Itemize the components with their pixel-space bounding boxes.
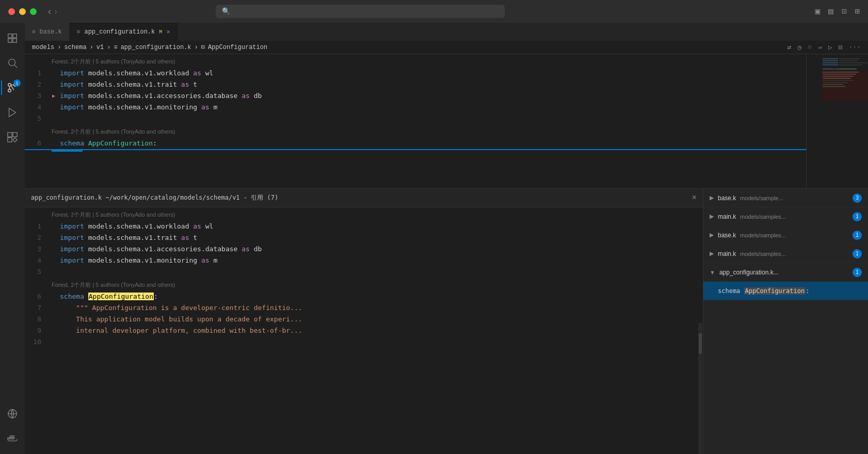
ref-code-line-6: 6 schema AppConfiguration: xyxy=(25,291,703,302)
svg-rect-25 xyxy=(839,58,860,59)
svg-rect-0 xyxy=(8,34,12,38)
breadcrumb-class[interactable]: AppConfiguration xyxy=(208,44,267,51)
ref-item-count: 1 xyxy=(853,268,862,277)
tab-app-configuration[interactable]: ≡ app_configuration.k M × xyxy=(70,23,178,41)
layout-icon-2[interactable]: ▤ xyxy=(828,6,833,17)
ref-tree-item-app-config[interactable]: ▼ app_configuration.k... 1 xyxy=(703,263,868,282)
tab-bar: ≡ base.k ≡ app_configuration.k M × xyxy=(25,23,868,41)
search-icon: 🔍 xyxy=(222,7,230,15)
ref-item-count: 1 xyxy=(853,231,862,240)
svg-rect-41 xyxy=(823,84,843,85)
breadcrumb-schema[interactable]: schema xyxy=(64,44,86,51)
split-icon[interactable]: ⊟ xyxy=(839,43,843,52)
forward-icon[interactable]: ⇒ xyxy=(818,43,822,52)
close-button[interactable] xyxy=(8,8,15,15)
ref-item-count: 1 xyxy=(853,212,862,221)
svg-rect-15 xyxy=(8,138,12,142)
ref-code-view[interactable]: Forest, 2个月前 | 5 authors (TonyAdo and ot… xyxy=(25,207,703,454)
more-icon[interactable]: ··· xyxy=(849,43,861,51)
ref-item-name: main.k xyxy=(718,250,736,257)
diff-icon[interactable]: ⇄ xyxy=(787,43,792,52)
svg-rect-19 xyxy=(10,437,12,439)
ref-scrollbar-thumb[interactable] xyxy=(699,333,702,354)
ref-code-line-10: 10 xyxy=(25,336,703,348)
ref-item-path: models/samples... xyxy=(740,214,848,220)
tab-label: app_configuration.k xyxy=(84,28,155,36)
ref-item-count: 3 xyxy=(853,193,862,203)
sidebar-item-remote[interactable] xyxy=(1,402,24,425)
svg-rect-1 xyxy=(13,34,17,38)
svg-rect-35 xyxy=(823,72,859,73)
tab-close-button[interactable]: × xyxy=(166,28,170,36)
expand-icon: ▶ xyxy=(710,250,714,257)
ref-tree-item-base-k-1[interactable]: ▶ base.k models/sample... 3 xyxy=(703,189,868,207)
sidebar-item-source-control[interactable]: 1 xyxy=(1,76,24,99)
back-button[interactable]: ‹ xyxy=(48,7,51,16)
ref-code-line-9: 9 internal developer platform, combined … xyxy=(25,325,703,336)
svg-marker-12 xyxy=(9,108,16,117)
svg-rect-29 xyxy=(839,62,867,63)
minimize-button[interactable] xyxy=(19,8,26,15)
tab-icon: ≡ xyxy=(32,29,36,35)
svg-rect-14 xyxy=(13,133,17,137)
ref-panel-code-area: app_configuration.k ~/work/open/catalog/… xyxy=(25,189,703,454)
layout-icon-1[interactable]: ▣ xyxy=(815,6,820,17)
svg-rect-30 xyxy=(823,64,838,66)
source-control-badge: 1 xyxy=(13,79,21,87)
caret-indicator xyxy=(52,150,83,152)
search-input[interactable]: catalog xyxy=(234,8,499,15)
sidebar-item-docker[interactable] xyxy=(1,427,24,450)
svg-rect-21 xyxy=(10,436,12,437)
title-bar-actions: ▣ ▤ ⊡ ⊞ xyxy=(815,6,860,17)
forward-button[interactable]: › xyxy=(54,7,57,16)
expand-icon: ▶ xyxy=(710,213,714,220)
ref-panel-header: app_configuration.k ~/work/open/catalog/… xyxy=(25,189,703,207)
run-icon[interactable]: ▷ xyxy=(828,43,832,52)
svg-rect-38 xyxy=(823,78,851,79)
sidebar-item-extensions[interactable] xyxy=(1,126,24,149)
sidebar-item-explorer[interactable] xyxy=(1,27,24,50)
git-annotation-ref: Forest, 2个月前 | 5 authors (TonyAdo and ot… xyxy=(25,207,703,221)
tab-icon: ≡ xyxy=(77,29,81,35)
layout-icon-4[interactable]: ⊞ xyxy=(855,6,860,17)
svg-rect-26 xyxy=(823,60,838,61)
svg-point-6 xyxy=(8,84,11,87)
git-annotation-upper-2: Forest, 2个月前 | 5 authors (TonyAdo and ot… xyxy=(25,124,806,138)
tab-base-k[interactable]: ≡ base.k xyxy=(25,23,70,41)
svg-rect-32 xyxy=(823,69,835,70)
traffic-lights xyxy=(8,8,37,15)
svg-rect-24 xyxy=(823,58,838,59)
breadcrumb-v1[interactable]: v1 xyxy=(97,44,104,51)
svg-point-7 xyxy=(8,89,11,92)
main-layout: 1 xyxy=(0,23,868,454)
svg-rect-2 xyxy=(8,39,12,42)
ref-item-path: models/samples... xyxy=(740,251,848,257)
expand-icon: ▶ xyxy=(710,194,714,201)
ref-tree-item-main-k-1[interactable]: ▶ main.k models/samples... 1 xyxy=(703,207,868,226)
search-bar[interactable]: 🔍 catalog xyxy=(216,5,505,18)
svg-rect-28 xyxy=(823,62,838,63)
dot-icon[interactable]: ○ xyxy=(808,43,812,51)
git-annotation-upper: Forest, 2个月前 | 5 authors (TonyAdo and ot… xyxy=(25,54,806,68)
maximize-button[interactable] xyxy=(30,8,37,15)
history-icon[interactable]: ◷ xyxy=(797,43,801,52)
code-line-3: 3 ▶ import models.schema.v1.accessories.… xyxy=(25,90,806,102)
breadcrumb: models › schema › v1 › ≡ app_configurati… xyxy=(25,41,868,54)
breadcrumb-models[interactable]: models xyxy=(32,44,54,51)
ref-item-name: base.k xyxy=(718,232,736,239)
svg-point-4 xyxy=(9,59,15,66)
layout-icon-3[interactable]: ⊡ xyxy=(842,6,847,17)
ref-item-path: models/sample... xyxy=(740,195,848,201)
minimap-upper xyxy=(806,54,868,188)
breadcrumb-file[interactable]: app_configuration.k xyxy=(121,44,191,51)
code-editor-upper[interactable]: Forest, 2个月前 | 5 authors (TonyAdo and ot… xyxy=(25,54,806,188)
sidebar-item-search[interactable] xyxy=(1,52,24,74)
ref-panel-close-button[interactable]: × xyxy=(692,193,697,203)
upper-editor: Forest, 2个月前 | 5 authors (TonyAdo and ot… xyxy=(25,54,868,188)
ref-item-path: models/samples... xyxy=(740,232,848,238)
ref-tree-selected-line[interactable]: schema AppConfiguration: xyxy=(703,282,868,300)
ref-panel: app_configuration.k ~/work/open/catalog/… xyxy=(25,188,868,454)
ref-tree-item-base-k-2[interactable]: ▶ base.k models/samples... 1 xyxy=(703,226,868,245)
ref-tree-item-main-k-2[interactable]: ▶ main.k models/samples... 1 xyxy=(703,245,868,263)
sidebar-item-run[interactable] xyxy=(1,101,24,124)
